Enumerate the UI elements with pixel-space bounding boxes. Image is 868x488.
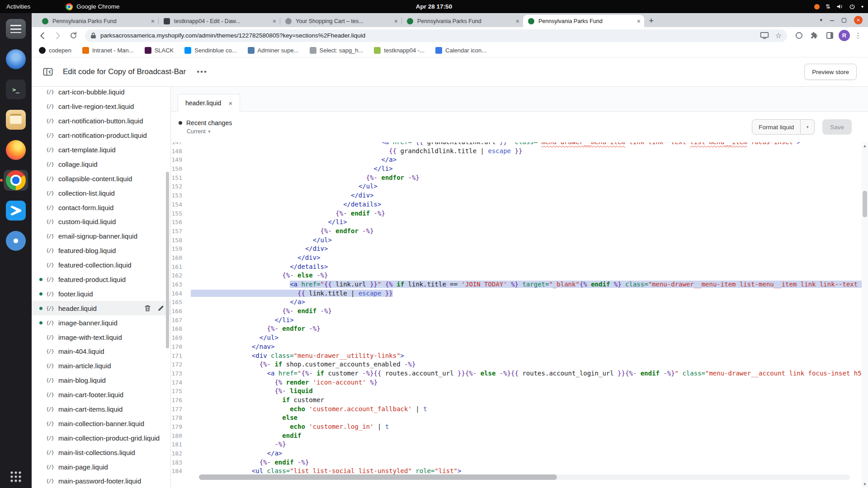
code-line[interactable]: 178 else [171,413,862,422]
code-line[interactable]: 150 </li> [171,164,862,174]
code-line[interactable]: 155 {%- endif -%} [171,209,862,218]
sidebar-file[interactable]: {/}featured-blog.liquid [32,244,170,258]
code-line[interactable]: 166 {%- endif -%} [171,307,862,316]
code-line[interactable]: 148 {{ grandchildlink.title | escape }} [171,147,862,156]
scroll-up-icon[interactable]: ▲ [862,144,868,148]
tab-close-icon[interactable]: × [637,18,641,25]
tab-close-icon[interactable]: × [228,99,232,107]
sidebar-file[interactable]: {/}collection-list.liquid [32,186,170,200]
code-line[interactable]: 169 </ul> [171,333,862,343]
side-panel-icon[interactable] [823,29,836,42]
code-line[interactable]: 167 </li> [171,316,862,325]
code-line[interactable]: 181 -%} [171,440,862,449]
horizontal-scrollbar[interactable] [199,474,850,480]
code-line[interactable]: 153 </div> [171,191,862,200]
bookmark-sendinblue[interactable]: Sendinblue co... [184,47,236,54]
code-line[interactable]: 158 </ul> [171,236,862,245]
browser-tab[interactable]: Your Shopping Cart – tes...× [280,15,401,27]
back-button[interactable] [36,29,49,42]
bookmark-star-icon[interactable]: ☆ [775,31,782,40]
code-line[interactable]: 173 <a href="{%- if customer -%}{{ route… [171,369,862,378]
browser-tab[interactable]: Pennsylvania Parks Fund× [523,15,644,27]
sidebar-file[interactable]: {/}cart-template.liquid [32,143,170,157]
code-line[interactable]: 176 if customer [171,396,862,405]
sidebar-file[interactable]: {/}custom-liquid.liquid [32,215,170,229]
sidebar-file[interactable]: {/}cart-live-region-text.liquid [32,99,170,114]
dock-item-text-editor[interactable] [4,19,28,39]
code-line[interactable]: 172 {%- if shop.customer_accounts_enable… [171,360,862,369]
sidebar-file[interactable]: {/}main-cart-items.liquid [32,402,170,417]
sidebar-file[interactable]: {/}cart-icon-bubble.liquid [32,87,170,99]
sidebar-file[interactable]: {/}collapsible-content.liquid [32,171,170,186]
system-clock[interactable]: Apr 28 17:50 [0,3,868,10]
code-line[interactable]: 149 </a> [171,155,862,164]
profile-avatar[interactable]: R [839,30,850,41]
tab-close-icon[interactable]: × [394,18,398,25]
close-button[interactable]: × [854,16,863,24]
version-selector[interactable]: Current ▾ [187,128,232,135]
more-actions-icon[interactable]: ••• [197,67,208,76]
code-line[interactable]: 164 {{ link.title | escape }} [171,289,862,298]
sidebar-file[interactable]: {/}collage.liquid [32,157,170,171]
code-line[interactable]: 183 {%- endif -%} [171,458,862,467]
address-bar[interactable]: parksacrossamerica.myshopify.com/admin/t… [85,29,787,42]
code-line[interactable]: 177 echo 'customer.account_fallback' | t [171,405,862,414]
sidebar-scrollbar[interactable] [166,172,169,348]
sidebar-file[interactable]: {/}cart-notification-product.liquid [32,128,170,143]
code-line[interactable]: 160 </div> [171,253,862,263]
code-line[interactable]: 159 </div> [171,244,862,253]
bookmark-database[interactable]: Select: sapg_h... [310,47,363,54]
sidebar-file[interactable]: {/}image-with-text.liquid [32,330,170,344]
code-line[interactable]: 171 <div class="menu-drawer__utility-lin… [171,352,862,361]
bookmark-calendar[interactable]: Calendar icon... [435,47,486,54]
browser-tab[interactable]: Pennsylvania Parks Fund× [402,15,523,27]
extension-eye-icon[interactable] [793,29,805,42]
maximize-button[interactable] [842,18,846,23]
sidebar-file[interactable]: {/}main-password-footer.liquid [32,474,170,488]
sidebar-file[interactable]: {/}image-banner.liquid [32,315,170,330]
reload-button[interactable] [67,29,80,42]
dock-item-blue-app[interactable] [4,230,28,251]
code-line[interactable]: 170 </nav> [171,343,862,352]
bookmark-shopify[interactable]: testknapp04 -... [374,47,425,54]
forward-button[interactable] [52,29,64,42]
dock-item-files[interactable] [4,109,28,130]
horizontal-scroll-thumb[interactable] [199,474,557,480]
dock-item-software[interactable] [4,49,28,70]
show-applications-icon[interactable] [10,471,22,483]
collapse-sidebar-icon[interactable] [43,67,53,76]
code-line[interactable]: 165 </a> [171,298,862,307]
bookmark-slack[interactable]: SLACK [145,47,174,54]
rename-file-icon[interactable] [157,305,164,312]
code-line[interactable]: 151 {%- endfor -%} [171,174,862,183]
code-line[interactable]: 157 {%- endfor -%} [171,227,862,236]
sidebar-file[interactable]: {/}email-signup-banner.liquid [32,229,170,244]
tab-close-icon[interactable]: × [273,18,276,25]
bookmark-codepen[interactable]: codepen [39,47,71,54]
format-liquid-button[interactable]: Format liquid [752,119,801,135]
code-line[interactable]: 182 </a> [171,449,862,458]
sidebar-file[interactable]: {/}main-article.liquid [32,359,170,373]
sidebar-file[interactable]: {/}main-404.liquid [32,344,170,359]
dock-item-firefox[interactable] [4,140,28,160]
code-line[interactable]: 147 <a href="{{ grandchildlink.url }}" c… [171,142,862,147]
sidebar-file[interactable]: {/}contact-form.liquid [32,200,170,215]
code-line[interactable]: 162 {%- else -%} [171,271,862,280]
code-line[interactable]: 152 </ul> [171,182,862,191]
code-line[interactable]: 168 {%- endfor -%} [171,324,862,333]
bookmark-intranet[interactable]: Intranet - Man... [82,47,134,54]
code-line[interactable]: 175 {%- liquid [171,387,862,396]
sidebar-file[interactable]: {/}main-page.liquid [32,460,170,474]
save-button[interactable]: Save [822,119,852,135]
vertical-scroll-thumb[interactable] [863,191,867,217]
editor-tab-header-liquid[interactable]: header.liquid × [178,94,240,112]
minimize-button[interactable]: – [830,16,834,24]
sidebar-file[interactable]: {/}main-collection-product-grid.liquid [32,431,170,445]
tab-close-icon[interactable]: × [151,18,155,25]
code-line[interactable]: 154 </details> [171,200,862,209]
sidebar-file[interactable]: {/}header.liquid [32,301,170,315]
dock-item-vscode[interactable] [4,200,28,221]
code-line[interactable]: 161 </details> [171,263,862,272]
code-line[interactable]: 156 </li> [171,218,862,227]
browser-menu-icon[interactable]: ⋮ [854,31,862,40]
